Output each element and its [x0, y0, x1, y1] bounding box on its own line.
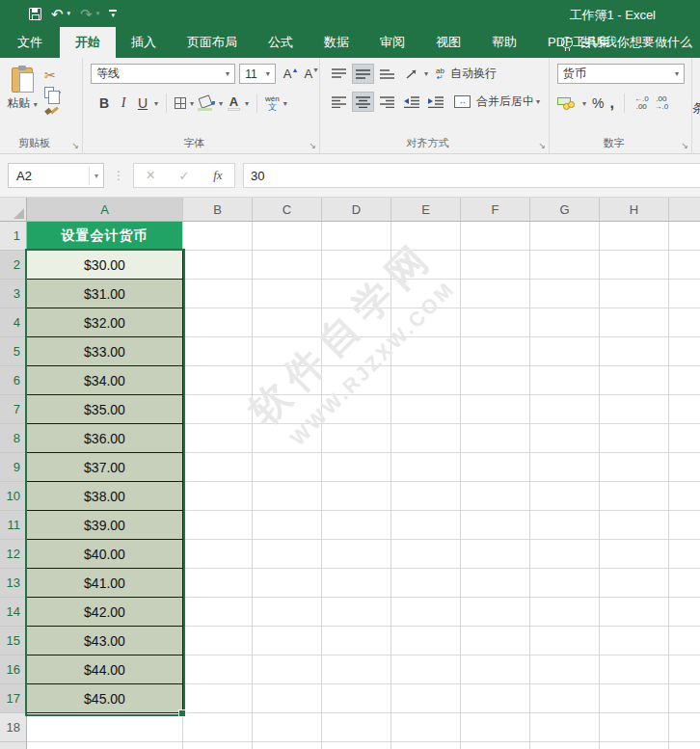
cell-c18[interactable]	[253, 713, 322, 742]
cell-b11[interactable]	[183, 511, 253, 540]
cell-a7[interactable]: $35.00	[27, 395, 183, 424]
cell-e12[interactable]	[391, 540, 461, 569]
cell-c19[interactable]	[253, 742, 322, 749]
accounting-format-icon[interactable]	[557, 96, 577, 111]
tab-formulas[interactable]: 公式	[253, 27, 309, 58]
cell-a12[interactable]: $40.00	[27, 540, 183, 569]
cell-g17[interactable]	[530, 684, 600, 713]
cell-d13[interactable]	[322, 569, 391, 598]
decrease-decimal-button[interactable]: .00→.0	[655, 95, 669, 111]
cell-c2[interactable]	[253, 251, 322, 280]
cell-b18[interactable]	[183, 713, 253, 742]
cell-a3[interactable]: $31.00	[27, 280, 183, 308]
cell-a16[interactable]: $44.00	[27, 655, 183, 684]
cell-f4[interactable]	[461, 308, 530, 337]
cell-e18[interactable]	[391, 713, 461, 742]
cell-e7[interactable]	[391, 395, 461, 424]
cell-b7[interactable]	[183, 395, 253, 424]
row-header-17[interactable]: 17	[0, 684, 27, 713]
cell-f16[interactable]	[461, 655, 530, 684]
cell-d10[interactable]	[322, 482, 391, 511]
cell-f19[interactable]	[461, 742, 530, 749]
cell-h13[interactable]	[600, 569, 669, 598]
cell-partial-11[interactable]	[669, 511, 700, 540]
cell-h11[interactable]	[600, 511, 669, 540]
cell-b4[interactable]	[183, 308, 253, 337]
cancel-icon[interactable]: ×	[146, 167, 154, 184]
row-header-8[interactable]: 8	[0, 424, 27, 453]
tab-insert[interactable]: 插入	[116, 27, 172, 58]
save-icon[interactable]	[29, 8, 41, 20]
tab-view[interactable]: 视图	[420, 27, 476, 58]
cell-b19[interactable]	[183, 742, 253, 749]
cell-h9[interactable]	[600, 453, 669, 482]
cell-d12[interactable]	[322, 540, 391, 569]
merge-center-button[interactable]: 合并后居中	[476, 94, 534, 110]
shrink-font-button[interactable]: A▼	[304, 67, 319, 81]
cell-b8[interactable]	[183, 424, 253, 453]
cell-f9[interactable]	[461, 453, 530, 482]
cell-partial-9[interactable]	[669, 453, 700, 482]
borders-icon[interactable]	[175, 97, 186, 109]
align-middle-button[interactable]	[352, 64, 374, 84]
cell-partial-17[interactable]	[669, 684, 700, 713]
fill-handle[interactable]	[178, 709, 186, 717]
enter-icon[interactable]: ✓	[179, 169, 190, 183]
select-all-button[interactable]	[0, 198, 27, 222]
cell-h1[interactable]	[600, 222, 669, 251]
grow-font-button[interactable]: A▲	[283, 67, 299, 81]
wrap-text-button[interactable]: 自动换行	[450, 66, 497, 82]
cell-g14[interactable]	[530, 598, 600, 627]
cell-b1[interactable]	[183, 222, 253, 251]
cell-c15[interactable]	[253, 627, 322, 655]
cell-c1[interactable]	[253, 222, 322, 251]
name-box[interactable]: A2 ▾	[8, 163, 104, 188]
column-header-a[interactable]: A	[27, 198, 183, 222]
align-top-button[interactable]	[328, 64, 350, 84]
font-name-combo[interactable]: 等线▾	[91, 64, 235, 84]
cell-a15[interactable]: $43.00	[27, 627, 183, 655]
insert-function-icon[interactable]: fx	[213, 168, 222, 183]
cell-e1[interactable]	[391, 222, 461, 251]
cell-c17[interactable]	[253, 684, 322, 713]
cell-e16[interactable]	[391, 655, 461, 684]
font-color-button[interactable]: A	[227, 96, 241, 111]
row-header-11[interactable]: 11	[0, 511, 27, 540]
cell-e14[interactable]	[391, 598, 461, 627]
cell-partial-4[interactable]	[669, 308, 700, 337]
row-header-7[interactable]: 7	[0, 395, 27, 424]
cell-h4[interactable]	[600, 308, 669, 337]
cell-h19[interactable]	[600, 742, 669, 749]
cell-c13[interactable]	[253, 569, 322, 598]
cell-b3[interactable]	[183, 280, 253, 308]
cell-a5[interactable]: $33.00	[27, 337, 183, 366]
formula-input[interactable]: 30	[243, 163, 700, 188]
undo-caret-icon[interactable]: ▾	[67, 10, 71, 17]
row-header-14[interactable]: 14	[0, 598, 27, 627]
cell-e8[interactable]	[391, 424, 461, 453]
cell-c6[interactable]	[253, 366, 322, 395]
cell-f10[interactable]	[461, 482, 530, 511]
cell-g9[interactable]	[530, 453, 600, 482]
row-header-6[interactable]: 6	[0, 366, 27, 395]
cell-a10[interactable]: $38.00	[27, 482, 183, 511]
cell-b13[interactable]	[183, 569, 253, 598]
cell-partial-18[interactable]	[669, 713, 700, 742]
cell-b14[interactable]	[183, 598, 253, 627]
tab-page-layout[interactable]: 页面布局	[172, 27, 253, 58]
cell-h6[interactable]	[600, 366, 669, 395]
align-left-button[interactable]	[328, 92, 350, 112]
cell-c16[interactable]	[253, 655, 322, 684]
name-box-caret-icon[interactable]: ▾	[89, 167, 103, 185]
cell-partial-16[interactable]	[669, 655, 700, 684]
cell-partial-2[interactable]	[669, 251, 700, 280]
cell-d1[interactable]	[322, 222, 391, 251]
cell-d18[interactable]	[322, 713, 391, 742]
cell-h12[interactable]	[600, 540, 669, 569]
tab-review[interactable]: 审阅	[364, 27, 420, 58]
cell-d15[interactable]	[322, 627, 391, 655]
cell-e10[interactable]	[391, 482, 461, 511]
cell-a2[interactable]: $30.00	[27, 251, 183, 280]
comma-style-button[interactable]: ,	[609, 94, 613, 112]
tab-help[interactable]: 帮助	[476, 27, 532, 58]
